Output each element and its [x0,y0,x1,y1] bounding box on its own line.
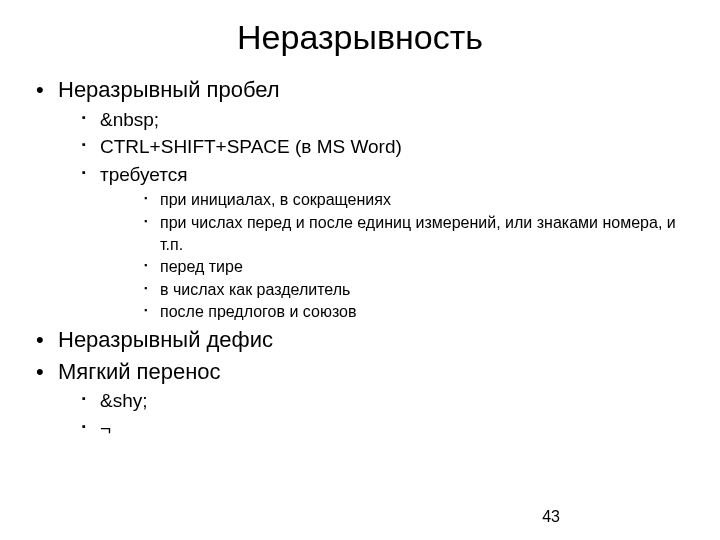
list-item-label: в числах как разделитель [160,281,350,298]
list-item: CTRL+SHIFT+SPACE (в MS Word) [58,134,690,161]
list-item-label: &shy; [100,390,148,411]
list-item: при инициалах, в сокращениях [100,189,690,211]
list-item-label: Неразрывный дефис [58,327,273,352]
list-item: после предлогов и союзов [100,301,690,323]
list-item-label: при инициалах, в сокращениях [160,191,391,208]
list-item: ¬ [58,416,690,443]
list-item: перед тире [100,256,690,278]
list-item: &shy; [58,388,690,415]
list-item-label: CTRL+SHIFT+SPACE (в MS Word) [100,136,402,157]
list-item-label: &nbsp; [100,109,159,130]
list-item: требуется при инициалах, в сокращениях п… [58,162,690,323]
list-item-label: Мягкий перенос [58,359,221,384]
list-item-label: перед тире [160,258,243,275]
list-item: в числах как разделитель [100,279,690,301]
list-item: Мягкий перенос &shy; ¬ [30,357,690,443]
list-item: &nbsp; [58,107,690,134]
list-item-label: при числах перед и после единиц измерени… [160,214,676,253]
list-item-label: Неразрывный пробел [58,77,280,102]
list-item-label: после предлогов и союзов [160,303,356,320]
list-item: Неразрывный пробел &nbsp; CTRL+SHIFT+SPA… [30,75,690,323]
list-item: при числах перед и после единиц измерени… [100,212,690,255]
list-item-label: требуется [100,164,188,185]
bullet-list: Неразрывный пробел &nbsp; CTRL+SHIFT+SPA… [30,75,690,443]
slide-title: Неразрывность [30,18,690,57]
list-item-label: ¬ [100,418,111,439]
page-number: 43 [542,508,560,526]
list-item: Неразрывный дефис [30,325,690,355]
